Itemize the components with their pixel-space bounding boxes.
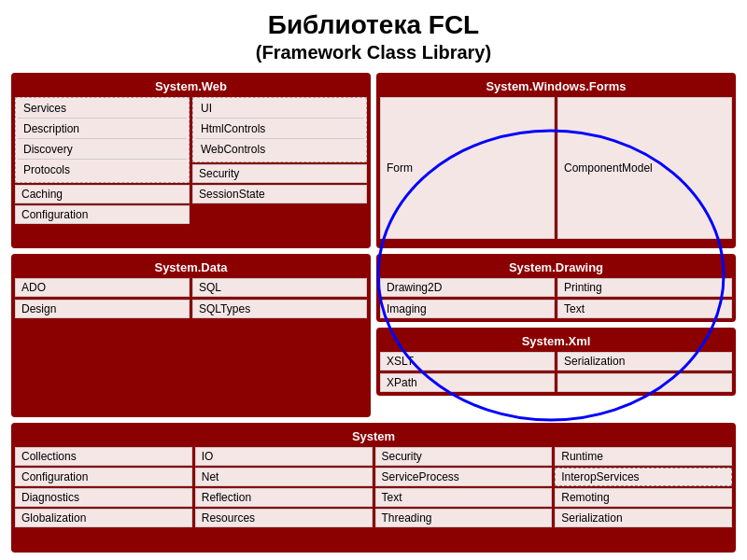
sys-diagnostics: Diagnostics (15, 488, 192, 507)
sys-remoting: Remoting (555, 488, 732, 507)
xml-xpath: XPath (380, 373, 555, 392)
web-configuration: Configuration (15, 205, 190, 224)
web-sessionstate: SessionState (192, 185, 367, 203)
sys-net: Net (195, 468, 373, 486)
system-web-section: System.Web Services Description Discover… (11, 73, 371, 249)
system-web-header: System.Web (15, 77, 367, 97)
system-col3: Security ServiceProcess Text Threading (375, 447, 553, 527)
system-data-section: System.Data ADO SQL Design SQLTypes (11, 254, 371, 417)
system-header: System (15, 427, 732, 447)
sys-resources: Resources (195, 509, 373, 527)
drawing-imaging: Imaging (380, 300, 555, 318)
data-ado: ADO (15, 278, 190, 297)
web-ui: UI (195, 100, 364, 119)
sys-runtime: Runtime (555, 447, 732, 466)
system-data-header: System.Data (15, 258, 367, 278)
web-protocols: Protocols (18, 161, 187, 180)
web-htmlcontrols: HtmlControls (195, 120, 364, 139)
forms-form: Form (380, 97, 555, 240)
web-security: Security (192, 164, 367, 183)
system-col2: IO Net Reflection Resources (195, 447, 373, 527)
xml-serialization: Serialization (557, 352, 732, 371)
xml-xslt: XSLT (380, 352, 555, 371)
web-webcontrols: WebControls (195, 141, 364, 160)
system-col1: Collections Configuration Diagnostics Gl… (15, 447, 192, 527)
sys-reflection: Reflection (195, 488, 373, 507)
system-xml-header: System.Xml (380, 331, 732, 352)
data-design: Design (15, 300, 190, 318)
web-discovery: Discovery (18, 141, 187, 160)
data-sqltypes: SQLTypes (192, 300, 367, 318)
system-windows-forms-header: System.Windows.Forms (380, 77, 732, 97)
web-caching: Caching (15, 185, 190, 203)
forms-componentmodel: ComponentModel (557, 97, 732, 240)
sys-interopservices: InteropServices (555, 468, 732, 486)
system-drawing-section: System.Drawing Drawing2D Printing Imagin… (376, 254, 736, 322)
drawing-drawing2d: Drawing2D (380, 278, 555, 297)
sys-configuration: Configuration (15, 468, 192, 486)
system-xml-section: System.Xml XSLT Serialization XPath (376, 328, 736, 396)
page-title: Библиотека FCL (Framework Class Library) (256, 9, 491, 63)
sys-io: IO (195, 447, 373, 466)
drawing-text: Text (557, 300, 732, 318)
xml-empty (557, 373, 732, 392)
sys-globalization: Globalization (15, 509, 192, 527)
sys-threading: Threading (375, 509, 553, 527)
system-col4: Runtime InteropServices Remoting Seriali… (555, 447, 732, 527)
sys-text: Text (375, 488, 553, 507)
data-sql: SQL (192, 278, 367, 297)
sys-security: Security (375, 447, 553, 466)
sys-serviceprocess: ServiceProcess (375, 468, 553, 486)
drawing-printing: Printing (557, 278, 732, 297)
system-section: System Collections Configuration Diagnos… (11, 423, 736, 553)
web-services: Services (18, 100, 187, 119)
system-drawing-header: System.Drawing (380, 258, 732, 278)
sys-serialization: Serialization (555, 509, 732, 527)
web-description: Description (18, 120, 187, 139)
system-windows-forms-section: System.Windows.Forms Form ComponentModel (376, 73, 736, 249)
sys-collections: Collections (15, 447, 192, 466)
